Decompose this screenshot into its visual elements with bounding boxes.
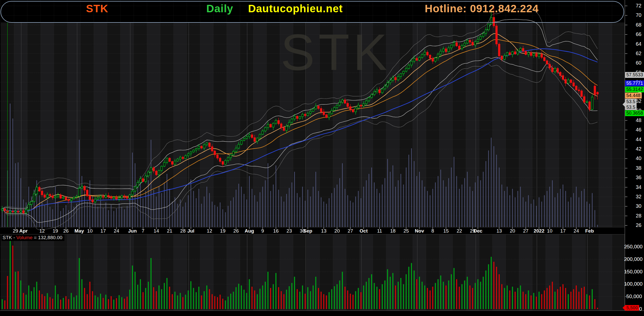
volume-readout-series: Volume [16,235,32,240]
volume-readout-symbol: STK - [3,235,16,240]
date-axis-label: Oct [360,228,368,234]
volume-axis-label: 250,000 [624,244,642,250]
date-axis-label: 22 [457,228,462,234]
date-axis-label: 25 [404,228,409,234]
date-axis-label: May [75,228,84,234]
price-tag: 55.3142 [625,87,644,92]
date-axis-label: 27 [348,228,353,234]
date-axis-label: 27 [523,228,528,234]
date-axis-label: 26 [63,228,69,234]
price-axis-label: 48 [624,117,641,123]
date-axis-label: 20 [334,228,340,234]
chart-canvas[interactable]: STK [0,0,644,316]
date-axis-label: 10 [547,228,552,234]
date-axis-label: Apr [19,228,28,234]
price-tag: 53.553.5 [625,99,637,110]
date-axis-label: 23 [286,228,292,234]
date-axis-label: 21 [167,228,172,234]
date-axis-label: 2022 [534,228,544,234]
price-axis-label: 68 [624,22,641,28]
date-axis-label: 24 [114,228,119,234]
date-axis-label: 13 [321,228,326,234]
date-axis-label: 8 [431,228,434,234]
price-axis-label: 40 [624,155,641,161]
date-axis-label: 12 [207,228,212,234]
date-axis-label: 24 [573,228,579,234]
price-tag: 57.5533 [625,72,644,78]
date-axis-label: 10 [87,228,93,234]
price-axis-label: 36 [624,175,641,180]
date-axis-label: 12 [39,228,45,234]
date-axis-label: 7 [142,228,144,234]
price-axis-label: 64 [624,41,641,47]
date-axis-label: 19 [220,228,225,234]
header-symbol: STK [86,3,108,15]
date-axis-label: Dec [474,228,482,234]
price-axis-label: 26 [624,222,641,228]
price-axis-label: 44 [624,137,641,142]
header-interval: Daily [206,3,233,15]
date-axis-label: 11 [377,228,382,234]
date-axis-label: 17 [100,228,106,234]
header-hotline: Hotline: 0912.842.224 [425,3,539,15]
volume-axis-label: 50,000 [624,294,642,299]
date-axis-label: Feb [585,228,594,234]
date-axis-label: 17 [560,228,566,234]
last-volume-arrow-icon [623,305,625,310]
volume-cursor-readout: STK - Volume = 132,880.00 [2,235,64,241]
price-axis-label: 46 [624,127,641,133]
date-axis-label: 19 [53,228,58,234]
chart-window: STK STK Daily Dautucophieu.net Hotline: … [0,0,644,316]
price-axis-label: 28 [624,213,641,219]
price-axis-label: 30 [624,203,641,209]
price-axis-label: 38 [624,165,641,171]
date-axis-label: 13 [497,228,502,234]
volume-axis-label: 100,000 [624,281,642,287]
volume-readout-value: = 132,880.00 [32,235,62,240]
date-axis-label: 9 [261,228,264,234]
date-axis-label: 20 [510,228,515,234]
date-axis-label: Jul [187,228,194,234]
price-axis-label: 62 [624,51,641,56]
price-axis-label: 42 [624,146,641,152]
date-axis-label: 18 [390,228,396,234]
price-axis-label: 60 [624,60,641,66]
last-price-arrow-icon [623,102,625,107]
price-tag: 55.7771 [625,80,644,86]
price-axis-label: 66 [624,31,641,37]
date-axis-label: 29 [13,228,18,234]
header-site: Dautucophieu.net [248,3,343,15]
date-axis-label: 26 [233,228,239,234]
date-axis-label: Aug [245,228,254,234]
price-axis-label: 34 [624,184,641,190]
volume-axis-label: 150,000 [624,269,642,275]
date-axis-label: 15 [443,228,449,234]
date-axis-label: Jun [128,228,137,234]
date-axis-label: Sep [303,228,312,234]
date-axis-label: 16 [273,228,279,234]
volume-axis-label: 200,000 [624,256,642,262]
last-volume-tag: 5,500 [625,305,639,311]
date-axis-label: 14 [154,228,159,234]
date-axis-label: Nov [415,228,424,234]
price-axis-label: 70 [624,12,641,18]
price-tag: 50.3658 [625,110,644,116]
watermark-text: STK [281,24,391,81]
price-tag: 54.448 [625,93,642,99]
date-axis-label: 28 [180,228,186,234]
price-axis-label: 32 [624,194,641,200]
price-axis-label: 72 [624,3,641,9]
